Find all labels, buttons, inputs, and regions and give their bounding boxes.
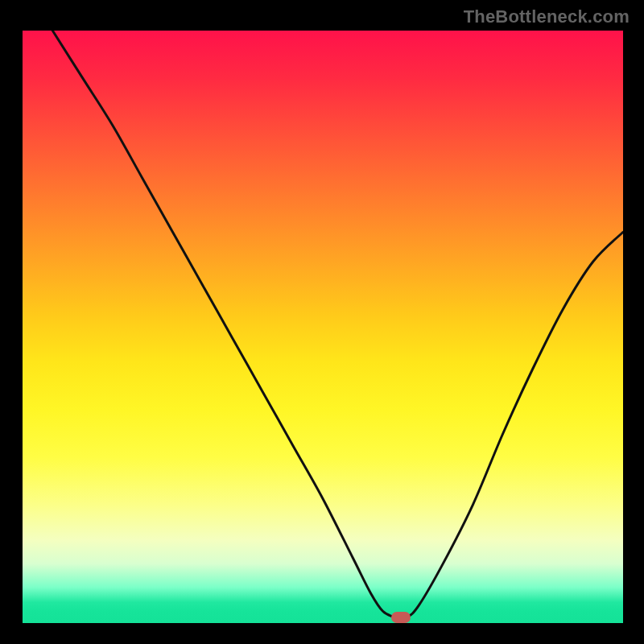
bottleneck-curve [52, 31, 623, 618]
chart-container: TheBottleneck.com [0, 0, 644, 644]
attribution-text: TheBottleneck.com [464, 6, 630, 27]
optimum-marker [391, 612, 411, 623]
curve-svg [23, 31, 623, 623]
plot-area [23, 31, 623, 623]
